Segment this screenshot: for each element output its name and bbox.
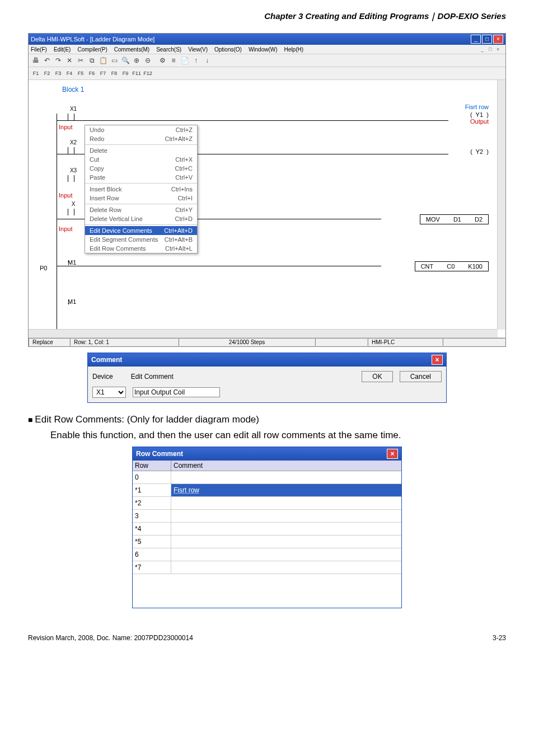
footer-right: 3-23 <box>493 634 506 642</box>
row-comment-row[interactable]: *2 <box>133 497 401 510</box>
row-comment-row[interactable]: 3 <box>133 510 401 523</box>
context-menu-item[interactable]: RedoCtrl+Alt+Z <box>85 134 197 143</box>
minimize-icon[interactable]: _ <box>471 35 481 44</box>
status-device: HMI-PLC <box>368 338 443 346</box>
zoom-in-icon[interactable]: ⊕ <box>132 55 142 65</box>
row-comment-row[interactable]: 6 <box>133 548 401 561</box>
vertical-scrollbar[interactable] <box>497 80 505 330</box>
row-comment-row[interactable]: *7 <box>133 561 401 574</box>
cancel-button[interactable]: Cancel <box>400 371 442 382</box>
horizontal-scrollbar[interactable] <box>29 329 498 337</box>
mov-b: D2 <box>475 216 483 223</box>
row-comment-title-bar: Row Comment × <box>133 447 401 461</box>
inner-close-icon[interactable]: × <box>496 46 503 53</box>
f1-icon[interactable]: F1 <box>31 68 41 78</box>
page-header: Chapter 3 Creating and Editing Programs｜… <box>264 11 506 22</box>
context-menu-item[interactable]: CopyCtrl+C <box>85 164 197 173</box>
menu-bar: File(F) Edit(E) Compiler(P) Comments(M) … <box>29 45 505 54</box>
menu-window[interactable]: Window(W) <box>249 46 278 53</box>
menu-compiler[interactable]: Compiler(P) <box>77 46 107 53</box>
f5-icon[interactable]: F5 <box>76 68 86 78</box>
f4-icon[interactable]: F4 <box>64 68 74 78</box>
compile-icon[interactable]: ⚙ <box>157 55 167 65</box>
f7-icon[interactable]: F7 <box>98 68 108 78</box>
inner-restore-icon[interactable]: □ <box>489 46 495 53</box>
row-comment-row[interactable]: 0 <box>133 471 401 484</box>
contact-m1-fall[interactable]: M1 ↓ <box>68 298 76 305</box>
ladder-diagram[interactable]: Block 1 Fisrt row X1 ( Y1 ) Output Input… <box>29 80 505 337</box>
menu-search[interactable]: Search(S) <box>156 46 181 53</box>
context-menu-item[interactable]: Delete RowCtrl+Y <box>85 205 197 214</box>
menu-view[interactable]: View(V) <box>188 46 208 53</box>
inner-minimize-icon[interactable]: _ <box>481 46 488 53</box>
context-menu-item[interactable]: Delete <box>85 146 197 155</box>
select-icon[interactable]: ▭ <box>109 55 119 65</box>
contact-row4[interactable]: X <box>68 209 74 217</box>
label-x1: X1 <box>68 106 79 112</box>
instruction-icon[interactable]: 📄 <box>180 55 190 65</box>
f11-icon[interactable]: F11 <box>132 68 142 78</box>
ok-button[interactable]: OK <box>362 371 392 382</box>
context-menu-item[interactable]: Delete Vertical LineCtrl+D <box>85 214 197 223</box>
edit-comment-input[interactable] <box>133 387 220 397</box>
menu-help[interactable]: Help(H) <box>284 46 303 53</box>
row-comment-row[interactable]: *5 <box>133 536 401 548</box>
label-x2: X2 <box>68 139 79 145</box>
contact-m1-rise[interactable]: M1 ↑ <box>68 259 76 266</box>
toolbar-1: 🖶 ↶ ↷ ✕ ✂ ⧉ 📋 ▭ 🔍 ⊕ ⊖ ⚙ ≡ 📄 ↑ ↓ <box>29 54 505 67</box>
row-comment-header: Row Comment <box>133 461 401 471</box>
cnt-instruction[interactable]: CNT C0 K100 <box>415 261 489 271</box>
context-menu-item[interactable]: Edit Row CommentsCtrl+Alt+L <box>85 244 197 253</box>
title-bar: Delta HMI-WPLSoft - [Ladder Diagram Mode… <box>29 34 505 45</box>
redo-icon[interactable]: ↷ <box>53 55 63 65</box>
cnt-b: K100 <box>468 263 483 270</box>
section-body: Enable this function, and then the user … <box>50 430 506 441</box>
delete-icon[interactable]: ✕ <box>64 55 74 65</box>
f8-icon[interactable]: F8 <box>109 68 119 78</box>
close-icon[interactable]: × <box>432 355 443 365</box>
mov-a: D1 <box>453 216 461 223</box>
wire <box>57 120 448 121</box>
maximize-icon[interactable]: □ <box>482 35 492 44</box>
input-label-3: Input <box>59 226 72 232</box>
menu-file[interactable]: File(F) <box>31 46 47 53</box>
ladder-icon[interactable]: ≡ <box>168 55 179 65</box>
status-steps: 24/1000 Steps <box>179 338 315 346</box>
f12-icon[interactable]: F12 <box>143 68 153 78</box>
close-icon[interactable]: × <box>387 449 398 459</box>
upload-icon[interactable]: ↑ <box>191 55 201 65</box>
context-menu-item[interactable]: Edit Device CommentsCtrl+Alt+D <box>85 226 197 235</box>
close-icon[interactable]: × <box>493 35 503 44</box>
f6-icon[interactable]: F6 <box>87 68 97 78</box>
mov-instruction[interactable]: MOV D1 D2 <box>420 214 489 224</box>
menu-comments[interactable]: Comments(M) <box>114 46 149 53</box>
cut-icon[interactable]: ✂ <box>76 55 86 65</box>
context-menu-item[interactable]: Insert RowCtrl+I <box>85 194 197 203</box>
zoom-out-icon[interactable]: ⊖ <box>143 55 153 65</box>
device-select[interactable]: X1 <box>92 387 126 398</box>
contact-x3[interactable]: X3 <box>68 175 74 183</box>
context-menu-item[interactable]: Insert BlockCtrl+Ins <box>85 185 197 194</box>
context-menu-item[interactable]: CutCtrl+X <box>85 155 197 164</box>
edit-comment-label: Edit Comment <box>131 373 174 381</box>
context-menu-item[interactable]: Edit Segment CommentsCtrl+Alt+B <box>85 235 197 244</box>
row-comment-row[interactable]: *4 <box>133 523 401 536</box>
output-y2[interactable]: ( Y2 ) <box>470 148 489 155</box>
f3-icon[interactable]: F3 <box>53 68 63 78</box>
f2-icon[interactable]: F2 <box>42 68 52 78</box>
paste-icon[interactable]: 📋 <box>98 55 108 65</box>
print-icon[interactable]: 🖶 <box>31 55 41 65</box>
menu-options[interactable]: Options(O) <box>214 46 242 53</box>
row-comment-row[interactable]: *1Fisrt row <box>133 484 401 497</box>
download-icon[interactable]: ↓ <box>202 55 212 65</box>
copy-icon[interactable]: ⧉ <box>87 55 97 65</box>
output-y1[interactable]: ( Y1 ) Output <box>470 111 489 125</box>
input-label-1: Input <box>59 124 72 130</box>
context-menu-item[interactable]: PasteCtrl+V <box>85 173 197 182</box>
context-menu-item[interactable]: UndoCtrl+Z <box>85 125 197 134</box>
f9-icon[interactable]: F9 <box>120 68 130 78</box>
menu-edit[interactable]: Edit(E) <box>54 46 71 53</box>
output-label: Output <box>470 118 489 125</box>
find-icon[interactable]: 🔍 <box>120 55 130 65</box>
undo-icon[interactable]: ↶ <box>42 55 52 65</box>
